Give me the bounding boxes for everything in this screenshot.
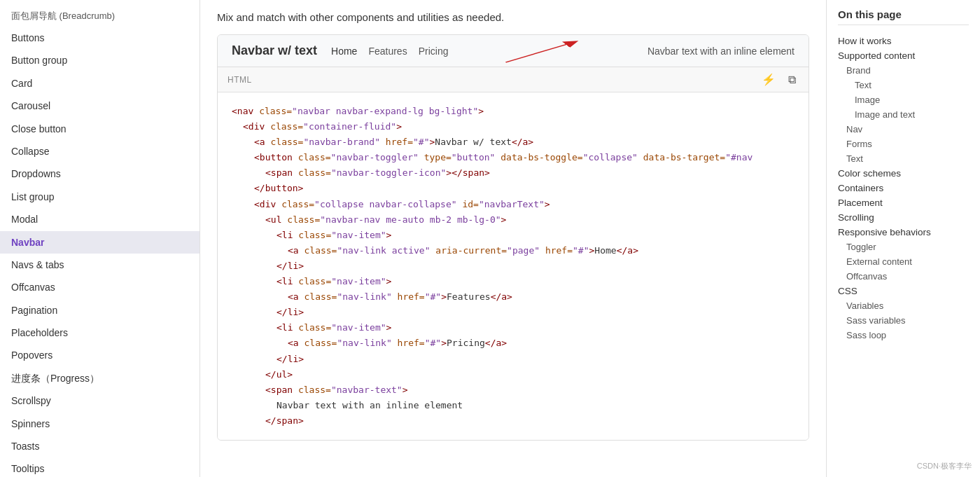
sidebar-item-offcanvas[interactable]: Offcanvas [0,276,200,298]
nav-link-pricing[interactable]: Pricing [419,46,449,57]
toc-item-forms[interactable]: Forms [838,137,969,151]
navbar-text-right: Navbar text with an inline element [648,46,794,57]
code-actions: ⚡ ⧉ [759,71,799,88]
right-panel: On this page How it worksSupported conte… [826,0,980,477]
toc-item-external-content[interactable]: External content [838,254,969,269]
toc-item-sass-variables[interactable]: Sass variables [838,313,969,328]
toc-item-offcanvas[interactable]: Offcanvas [838,269,969,284]
nav-link-features[interactable]: Features [368,46,407,57]
sidebar-item-navs-tabs[interactable]: Navs & tabs [0,254,200,276]
navbar-nav: Home Features Pricing [331,46,448,57]
toc-item-color-schemes[interactable]: Color schemes [838,166,969,181]
toc-item-nav[interactable]: Nav [838,122,969,137]
sidebar-item-spinners[interactable]: Spinners [0,413,200,435]
intro-text: Mix and match with other components and … [217,11,809,23]
sidebar-item-toasts[interactable]: Toasts [0,435,200,457]
sidebar-item-popovers[interactable]: Popovers [0,344,200,366]
preview-box: Navbar w/ text Home Features Pricing Nav… [217,34,809,441]
sidebar-item-carousel[interactable]: Carousel [0,95,200,117]
lightning-button[interactable]: ⚡ [759,71,778,88]
toc-item-text[interactable]: Text [838,151,969,166]
toc-item-containers[interactable]: Containers [838,181,969,195]
sidebar-item-pagination[interactable]: Pagination [0,299,200,322]
toc-item-scrolling[interactable]: Scrolling [838,210,969,225]
code-label: HTML [227,75,252,85]
sidebar-item-buttons[interactable]: Buttons [0,27,200,49]
toc-item-how-it-works[interactable]: How it works [838,34,969,48]
toc-item-text[interactable]: Text [838,78,969,92]
copy-button[interactable]: ⧉ [785,71,799,88]
sidebar-item-modal[interactable]: Modal [0,208,200,230]
navbar-preview: Navbar w/ text Home Features Pricing Nav… [218,35,808,67]
sidebar-item-list-group[interactable]: List group [0,186,200,208]
toc-item-sass-loop[interactable]: Sass loop [838,328,969,343]
sidebar-item-scrollspy[interactable]: Scrollspy [0,389,200,412]
sidebar-item-navbar[interactable]: Navbar [0,231,200,254]
svg-line-1 [505,43,572,62]
sidebar-item-collapse[interactable]: Collapse [0,140,200,163]
code-toolbar: HTML ⚡ ⧉ [218,67,808,92]
toc-item-placement[interactable]: Placement [838,195,969,210]
sidebar-item-tooltips[interactable]: Tooltips [0,457,200,477]
sidebar-item-dropdowns[interactable]: Dropdowns [0,163,200,185]
right-panel-title: On this page [838,8,969,25]
sidebar-item-placeholders[interactable]: Placeholders [0,322,200,344]
toc-item-css[interactable]: CSS [838,284,969,298]
main-content: Mix and match with other components and … [200,0,826,477]
nav-link-home[interactable]: Home [331,46,357,57]
sidebar-breadcrumb-header: 面包屑导航 (Breadcrumb) [0,6,200,27]
sidebar-item-close-button[interactable]: Close button [0,118,200,140]
code-block: <nav class="navbar navbar-expand-lg bg-l… [218,92,808,440]
navbar-brand: Navbar w/ text [232,43,317,58]
sidebar-item-progress[interactable]: 进度条（Progress） [0,367,200,389]
toc-item-toggler[interactable]: Toggler [838,240,969,254]
toc-item-variables[interactable]: Variables [838,298,969,313]
footer-brand: CSDN·极客李华 [917,461,972,471]
sidebar-item-card[interactable]: Card [0,72,200,95]
toc-item-image-and-text[interactable]: Image and text [838,107,969,122]
toc-item-responsive-behaviors[interactable]: Responsive behaviors [838,225,969,240]
toc-item-image[interactable]: Image [838,92,969,107]
toc-item-brand[interactable]: Brand [838,63,969,78]
toc-item-supported-content[interactable]: Supported content [838,48,969,63]
sidebar: 面包屑导航 (Breadcrumb) ButtonsButton groupCa… [0,0,200,477]
sidebar-item-button-group[interactable]: Button group [0,49,200,71]
